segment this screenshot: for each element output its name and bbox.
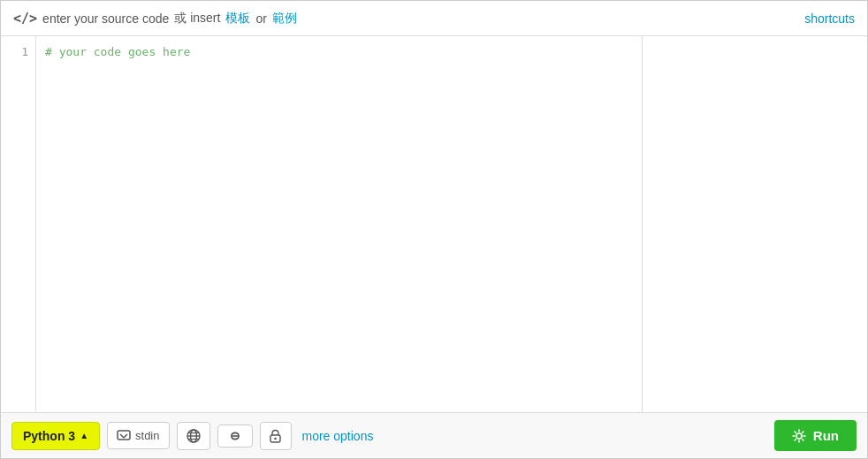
run-label: Run <box>813 428 839 443</box>
gear-icon <box>792 429 806 443</box>
stdin-label: stdin <box>135 429 159 442</box>
stdin-icon <box>117 430 131 442</box>
link-button[interactable] <box>217 425 253 448</box>
right-panel <box>642 36 867 412</box>
toolbar-bottom: Python 3 ▲ stdin <box>1 412 867 458</box>
example-link[interactable]: 範例 <box>272 11 297 27</box>
shortcuts-link[interactable]: shortcuts <box>804 11 855 26</box>
language-label: Python 3 <box>23 429 75 443</box>
svg-point-10 <box>274 437 277 440</box>
language-selector-button[interactable]: Python 3 ▲ <box>11 422 100 450</box>
lock-button[interactable] <box>260 422 292 450</box>
globe-icon <box>187 429 201 443</box>
svg-line-1 <box>120 434 124 438</box>
line-numbers: 1 <box>1 36 36 412</box>
more-options-link[interactable]: more options <box>302 429 374 443</box>
toolbar-top-left: </> enter your source code 或 insert 模板 o… <box>13 11 297 27</box>
chain-link-icon <box>227 432 243 440</box>
lock-icon <box>270 429 281 443</box>
svg-point-11 <box>796 433 802 439</box>
svg-line-2 <box>124 434 127 438</box>
hint-text-3: or <box>255 11 266 26</box>
template-link[interactable]: 模板 <box>225 11 250 27</box>
dropdown-arrow-icon: ▲ <box>80 431 88 440</box>
code-brackets-icon: </> <box>13 11 37 27</box>
globe-button[interactable] <box>177 422 210 450</box>
hint-text-2: 或 insert <box>174 11 220 27</box>
run-button[interactable]: Run <box>774 420 857 451</box>
line-number-1: 1 <box>1 43 35 61</box>
editor-container: </> enter your source code 或 insert 模板 o… <box>0 0 868 459</box>
toolbar-top: </> enter your source code 或 insert 模板 o… <box>1 1 867 36</box>
editor-wrapper: 1 # your code goes here <box>1 36 867 412</box>
stdin-button[interactable]: stdin <box>107 422 169 449</box>
code-editor[interactable]: # your code goes here <box>36 36 642 412</box>
hint-text-1: enter your source code <box>42 11 169 26</box>
svg-rect-0 <box>118 431 130 440</box>
